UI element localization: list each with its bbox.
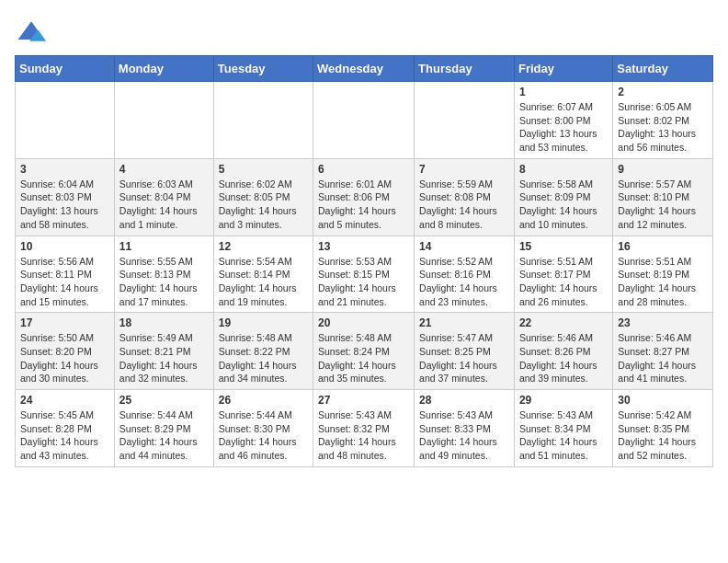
day-info: Sunrise: 5:47 AMSunset: 8:25 PMDaylight:… <box>419 331 509 385</box>
day-info: Sunrise: 5:58 AMSunset: 8:09 PMDaylight:… <box>519 178 608 232</box>
day-number: 24 <box>20 394 109 407</box>
day-number: 21 <box>419 316 509 329</box>
calendar-table: SundayMondayTuesdayWednesdayThursdayFrid… <box>15 55 713 467</box>
day-number: 8 <box>519 163 608 176</box>
day-number: 3 <box>20 163 109 176</box>
logo <box>15 15 51 48</box>
day-info: Sunrise: 5:42 AMSunset: 8:35 PMDaylight:… <box>618 408 708 463</box>
day-info: Sunrise: 6:03 AMSunset: 8:04 PMDaylight:… <box>119 178 209 232</box>
calendar-cell: 27Sunrise: 5:43 AMSunset: 8:32 PMDayligh… <box>313 390 415 467</box>
calendar-cell: 11Sunrise: 5:55 AMSunset: 8:13 PMDayligh… <box>114 236 213 313</box>
calendar-cell: 13Sunrise: 5:53 AMSunset: 8:15 PMDayligh… <box>313 236 415 313</box>
calendar-cell: 26Sunrise: 5:44 AMSunset: 8:30 PMDayligh… <box>213 390 313 467</box>
day-number: 19 <box>219 316 308 329</box>
day-info: Sunrise: 5:46 AMSunset: 8:26 PMDaylight:… <box>519 331 608 385</box>
day-info: Sunrise: 5:43 AMSunset: 8:32 PMDaylight:… <box>318 408 409 463</box>
calendar-cell: 2Sunrise: 6:05 AMSunset: 8:02 PMDaylight… <box>613 82 713 159</box>
day-number: 20 <box>318 316 409 329</box>
day-number: 10 <box>20 240 109 253</box>
calendar-cell: 12Sunrise: 5:54 AMSunset: 8:14 PMDayligh… <box>213 236 313 313</box>
calendar-cell <box>16 82 115 159</box>
day-info: Sunrise: 6:04 AMSunset: 8:03 PMDaylight:… <box>20 178 109 232</box>
calendar-cell <box>213 82 313 159</box>
weekday-header-thursday: Thursday <box>415 56 515 82</box>
day-info: Sunrise: 6:05 AMSunset: 8:02 PMDaylight:… <box>618 100 708 155</box>
day-info: Sunrise: 5:50 AMSunset: 8:20 PMDaylight:… <box>20 331 109 385</box>
day-info: Sunrise: 5:56 AMSunset: 8:11 PMDaylight:… <box>20 255 109 309</box>
day-info: Sunrise: 6:01 AMSunset: 8:06 PMDaylight:… <box>318 178 409 232</box>
calendar-cell: 18Sunrise: 5:49 AMSunset: 8:21 PMDayligh… <box>114 313 213 390</box>
week-row-3: 10Sunrise: 5:56 AMSunset: 8:11 PMDayligh… <box>16 236 713 313</box>
day-info: Sunrise: 5:51 AMSunset: 8:19 PMDaylight:… <box>618 255 708 309</box>
day-info: Sunrise: 5:43 AMSunset: 8:33 PMDaylight:… <box>419 408 509 463</box>
day-number: 9 <box>618 163 708 176</box>
day-info: Sunrise: 5:49 AMSunset: 8:21 PMDaylight:… <box>119 331 209 385</box>
weekday-header-friday: Friday <box>514 56 612 82</box>
calendar-cell <box>415 82 515 159</box>
calendar-cell <box>114 82 213 159</box>
calendar-cell: 14Sunrise: 5:52 AMSunset: 8:16 PMDayligh… <box>415 236 515 313</box>
day-info: Sunrise: 5:44 AMSunset: 8:29 PMDaylight:… <box>119 408 209 463</box>
day-number: 14 <box>419 240 509 253</box>
week-row-2: 3Sunrise: 6:04 AMSunset: 8:03 PMDaylight… <box>16 158 713 236</box>
day-number: 27 <box>318 394 409 407</box>
day-number: 2 <box>618 86 708 98</box>
calendar-cell: 22Sunrise: 5:46 AMSunset: 8:26 PMDayligh… <box>514 313 612 390</box>
day-number: 23 <box>618 316 708 329</box>
calendar-cell: 10Sunrise: 5:56 AMSunset: 8:11 PMDayligh… <box>16 236 115 313</box>
day-info: Sunrise: 5:45 AMSunset: 8:28 PMDaylight:… <box>20 408 109 463</box>
page-header <box>15 15 713 48</box>
week-row-1: 1Sunrise: 6:07 AMSunset: 8:00 PMDaylight… <box>16 82 713 159</box>
calendar-cell: 29Sunrise: 5:43 AMSunset: 8:34 PMDayligh… <box>514 390 612 467</box>
calendar-cell: 30Sunrise: 5:42 AMSunset: 8:35 PMDayligh… <box>613 390 713 467</box>
calendar-cell: 7Sunrise: 5:59 AMSunset: 8:08 PMDaylight… <box>415 158 515 236</box>
day-number: 4 <box>119 163 209 176</box>
calendar-cell: 17Sunrise: 5:50 AMSunset: 8:20 PMDayligh… <box>16 313 115 390</box>
day-info: Sunrise: 5:52 AMSunset: 8:16 PMDaylight:… <box>419 255 509 309</box>
day-info: Sunrise: 5:48 AMSunset: 8:22 PMDaylight:… <box>219 331 308 385</box>
weekday-header-tuesday: Tuesday <box>213 56 313 82</box>
day-number: 30 <box>618 394 708 407</box>
day-number: 6 <box>318 163 409 176</box>
day-info: Sunrise: 5:51 AMSunset: 8:17 PMDaylight:… <box>519 255 608 309</box>
weekday-header-row: SundayMondayTuesdayWednesdayThursdayFrid… <box>16 56 713 82</box>
day-info: Sunrise: 5:59 AMSunset: 8:08 PMDaylight:… <box>419 178 509 232</box>
calendar-cell: 28Sunrise: 5:43 AMSunset: 8:33 PMDayligh… <box>415 390 515 467</box>
calendar-cell: 19Sunrise: 5:48 AMSunset: 8:22 PMDayligh… <box>213 313 313 390</box>
day-number: 28 <box>419 394 509 407</box>
calendar-cell: 4Sunrise: 6:03 AMSunset: 8:04 PMDaylight… <box>114 158 213 236</box>
day-number: 1 <box>519 86 608 98</box>
day-number: 5 <box>219 163 308 176</box>
day-number: 25 <box>119 394 209 407</box>
calendar-cell: 5Sunrise: 6:02 AMSunset: 8:05 PMDaylight… <box>213 158 313 236</box>
day-number: 11 <box>119 240 209 253</box>
calendar-cell: 3Sunrise: 6:04 AMSunset: 8:03 PMDaylight… <box>16 158 115 236</box>
logo-icon <box>15 15 48 48</box>
day-info: Sunrise: 5:57 AMSunset: 8:10 PMDaylight:… <box>618 178 708 232</box>
weekday-header-wednesday: Wednesday <box>313 56 415 82</box>
calendar-cell: 15Sunrise: 5:51 AMSunset: 8:17 PMDayligh… <box>514 236 612 313</box>
day-number: 16 <box>618 240 708 253</box>
day-info: Sunrise: 5:55 AMSunset: 8:13 PMDaylight:… <box>119 255 209 309</box>
day-info: Sunrise: 5:54 AMSunset: 8:14 PMDaylight:… <box>219 255 308 309</box>
weekday-header-saturday: Saturday <box>613 56 713 82</box>
calendar-cell: 21Sunrise: 5:47 AMSunset: 8:25 PMDayligh… <box>415 313 515 390</box>
calendar-cell: 9Sunrise: 5:57 AMSunset: 8:10 PMDaylight… <box>613 158 713 236</box>
weekday-header-monday: Monday <box>114 56 213 82</box>
day-number: 17 <box>20 316 109 329</box>
day-number: 26 <box>219 394 308 407</box>
day-info: Sunrise: 6:07 AMSunset: 8:00 PMDaylight:… <box>519 100 608 155</box>
day-number: 15 <box>519 240 608 253</box>
weekday-header-sunday: Sunday <box>16 56 115 82</box>
day-info: Sunrise: 5:43 AMSunset: 8:34 PMDaylight:… <box>519 408 608 463</box>
day-number: 22 <box>519 316 608 329</box>
calendar-cell: 24Sunrise: 5:45 AMSunset: 8:28 PMDayligh… <box>16 390 115 467</box>
calendar-cell: 16Sunrise: 5:51 AMSunset: 8:19 PMDayligh… <box>613 236 713 313</box>
day-number: 7 <box>419 163 509 176</box>
calendar-cell: 20Sunrise: 5:48 AMSunset: 8:24 PMDayligh… <box>313 313 415 390</box>
day-info: Sunrise: 5:53 AMSunset: 8:15 PMDaylight:… <box>318 255 409 309</box>
day-info: Sunrise: 5:48 AMSunset: 8:24 PMDaylight:… <box>318 331 409 385</box>
calendar-cell: 25Sunrise: 5:44 AMSunset: 8:29 PMDayligh… <box>114 390 213 467</box>
calendar-cell: 6Sunrise: 6:01 AMSunset: 8:06 PMDaylight… <box>313 158 415 236</box>
day-number: 13 <box>318 240 409 253</box>
